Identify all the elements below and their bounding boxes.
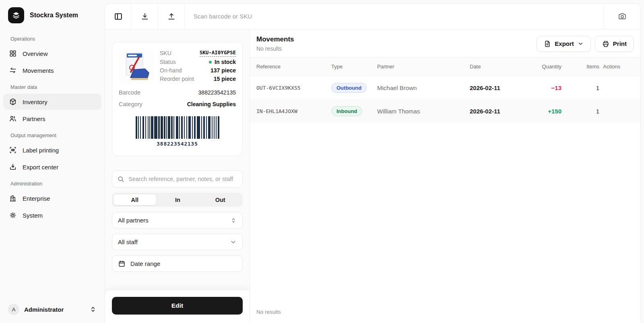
table-header: Reference Type Partner Date Quantity Ite… bbox=[250, 58, 640, 76]
date-cell: 2026-02-11 bbox=[470, 108, 526, 115]
export-button[interactable]: Export bbox=[537, 36, 591, 52]
date-range-button[interactable]: Date range bbox=[112, 255, 243, 272]
sidebar-item-label: Partners bbox=[23, 115, 45, 122]
sidebar-item-label-printing[interactable]: Label printing bbox=[3, 142, 101, 158]
partners-select[interactable]: All partners bbox=[112, 212, 243, 228]
download-icon bbox=[140, 12, 149, 21]
calendar-icon bbox=[118, 260, 126, 267]
chevron-down-icon bbox=[578, 41, 584, 47]
detail-footer: Edit bbox=[105, 290, 250, 323]
arrows-swap-icon bbox=[9, 66, 17, 74]
section-label-output-management: Output management bbox=[0, 127, 105, 142]
items-cell: 1 bbox=[561, 108, 599, 115]
print-button[interactable]: Print bbox=[595, 36, 634, 52]
sidebar-item-export-center[interactable]: Export center bbox=[3, 159, 101, 175]
content: SKU SKU-AI0YGPSE Status In stock bbox=[105, 29, 640, 323]
partner-cell: William Thomas bbox=[377, 108, 470, 115]
sidebar-item-movements[interactable]: Movements bbox=[3, 62, 101, 78]
sidebar: Stockra System Operations Overview Movem… bbox=[0, 0, 105, 323]
scan-input[interactable] bbox=[185, 4, 603, 29]
reorder-point-value: 15 piece bbox=[214, 76, 236, 82]
search-icon bbox=[117, 175, 124, 183]
sidebar-item-system[interactable]: System bbox=[3, 207, 101, 223]
sidebar-item-label: Overview bbox=[23, 50, 48, 57]
main-panel: SKU SKU-AI0YGPSE Status In stock bbox=[105, 3, 641, 323]
grid-icon bbox=[9, 49, 17, 58]
chevron-down-icon bbox=[230, 239, 237, 245]
sidebar-toggle-button[interactable] bbox=[105, 4, 132, 29]
staff-select[interactable]: All staff bbox=[112, 234, 243, 250]
movements-search-input[interactable] bbox=[128, 176, 237, 182]
import-button[interactable] bbox=[132, 4, 158, 29]
barcode-number: 388223542135 bbox=[157, 141, 198, 147]
section-label-administration: Administration bbox=[0, 175, 105, 190]
quantity-cell: +150 bbox=[526, 108, 561, 115]
movements-panel: Movements No results Export bbox=[250, 29, 640, 323]
barcode-graphic: 388223542135 bbox=[119, 116, 236, 149]
table-row[interactable]: IN-EHL1A4JOXW Inbound William Thomas 202… bbox=[250, 99, 640, 123]
sidebar-item-label: Enterprise bbox=[23, 195, 50, 202]
gear-icon bbox=[9, 211, 17, 219]
status-value: In stock bbox=[209, 59, 236, 65]
user-name: Administrator bbox=[24, 306, 85, 313]
onhand-value: 137 piece bbox=[211, 67, 236, 74]
brand: Stockra System bbox=[0, 6, 105, 31]
sidebar-item-enterprise[interactable]: Enterprise bbox=[3, 190, 101, 206]
partner-cell: Michael Brown bbox=[377, 84, 470, 91]
camera-scan-button[interactable] bbox=[603, 4, 640, 29]
reference-cell: IN-EHL1A4JOXW bbox=[256, 108, 331, 114]
inbound-badge: Inbound bbox=[331, 106, 362, 116]
category-value: Cleaning Supplies bbox=[187, 101, 236, 107]
download-tray-icon bbox=[9, 163, 17, 171]
movements-header: Movements No results Export bbox=[250, 29, 640, 58]
sidebar-item-overview[interactable]: Overview bbox=[3, 45, 101, 62]
reorder-point-label: Reorder point bbox=[160, 76, 194, 82]
sidebar-item-label: Label printing bbox=[23, 147, 59, 154]
items-cell: 1 bbox=[561, 84, 599, 91]
section-label-master-data: Master data bbox=[0, 79, 105, 93]
status-dot-icon bbox=[209, 61, 212, 64]
sidebar-item-partners[interactable]: Partners bbox=[3, 111, 101, 127]
user-menu[interactable]: A Administrator bbox=[0, 300, 105, 317]
sidebar-item-label: Movements bbox=[23, 67, 54, 74]
app-logo-icon bbox=[8, 7, 24, 23]
tab-all[interactable]: All bbox=[113, 194, 157, 206]
export-button-topbar[interactable] bbox=[158, 4, 185, 29]
sku-value[interactable]: SKU-AI0YGPSE bbox=[200, 49, 236, 57]
product-card: SKU SKU-AI0YGPSE Status In stock bbox=[112, 42, 243, 156]
col-type: Type bbox=[331, 64, 377, 70]
chevrons-up-down-icon bbox=[230, 217, 237, 224]
edit-button[interactable]: Edit bbox=[112, 297, 243, 315]
panel-left-icon bbox=[114, 12, 123, 21]
app-title: Stockra System bbox=[30, 12, 78, 19]
sidebar-item-label: Export center bbox=[23, 164, 58, 171]
quantity-cell: −13 bbox=[526, 84, 561, 91]
avatar: A bbox=[8, 304, 19, 315]
col-items: Items bbox=[561, 64, 599, 70]
barcode-icon bbox=[9, 146, 17, 154]
onhand-label: On-hand bbox=[160, 67, 182, 74]
barcode-label: Barcode bbox=[119, 89, 140, 96]
sidebar-item-label: Inventory bbox=[23, 99, 47, 105]
reference-cell: OUT-6VCIX9KXS5 bbox=[256, 85, 331, 91]
movements-search bbox=[112, 171, 243, 187]
category-label: Category bbox=[119, 101, 142, 107]
users-icon bbox=[9, 115, 17, 123]
date-cell: 2026-02-11 bbox=[470, 84, 526, 91]
type-cell: Outbound bbox=[331, 83, 377, 93]
barcode-bars-icon bbox=[136, 116, 219, 139]
printer-icon bbox=[602, 40, 609, 47]
product-image bbox=[119, 49, 154, 84]
tab-out[interactable]: Out bbox=[199, 194, 242, 206]
section-label-operations: Operations bbox=[0, 31, 105, 45]
barcode-value: 388223542135 bbox=[198, 89, 236, 96]
tab-in[interactable]: In bbox=[157, 194, 199, 206]
table-row[interactable]: OUT-6VCIX9KXS5 Outbound Michael Brown 20… bbox=[250, 76, 640, 99]
sidebar-item-inventory[interactable]: Inventory bbox=[3, 94, 101, 110]
sku-label: SKU bbox=[160, 50, 171, 56]
topbar bbox=[105, 4, 640, 29]
col-actions: Actions bbox=[599, 64, 620, 70]
filter-scroll-area: SKU SKU-AI0YGPSE Status In stock bbox=[105, 29, 250, 290]
type-cell: Inbound bbox=[331, 106, 377, 116]
col-date: Date bbox=[470, 64, 526, 70]
